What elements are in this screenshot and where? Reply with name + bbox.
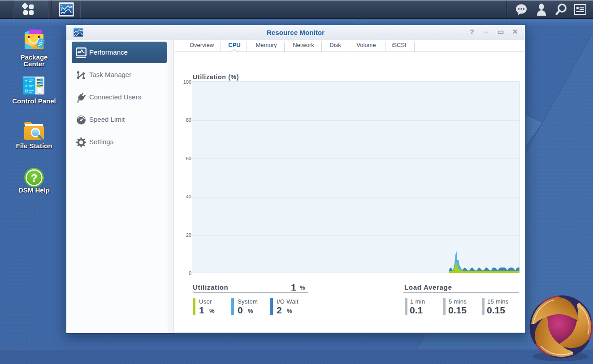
svg-text:?: ? [31,172,38,184]
